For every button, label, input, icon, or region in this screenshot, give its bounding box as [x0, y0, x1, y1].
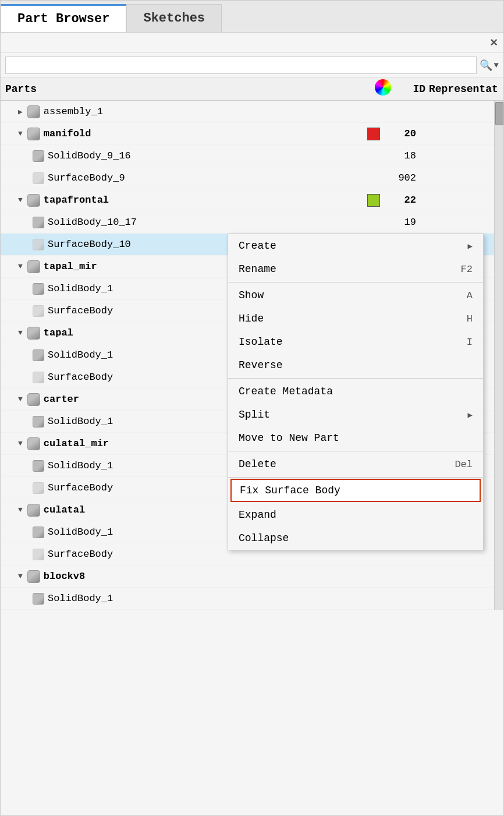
ctx-create[interactable]: Create ▶ — [228, 234, 483, 257]
solid-body-icon — [33, 283, 44, 295]
tree-row[interactable]: ▼ manifold 20 — [1, 123, 494, 145]
tab-part-browser[interactable]: Part Browser — [1, 4, 126, 32]
col-parts-label: Parts — [5, 83, 372, 95]
ctx-delete[interactable]: Delete Del — [228, 453, 483, 476]
ctx-hide[interactable]: Hide H — [228, 307, 483, 330]
expand-icon: ▶ — [18, 107, 23, 116]
scrollbar-track[interactable] — [494, 101, 503, 610]
solid-body-icon — [33, 217, 44, 228]
color-sphere-icon — [375, 79, 391, 96]
col-repr-label: Representat — [429, 83, 499, 95]
expand-icon: ▼ — [18, 262, 23, 271]
ctx-rename[interactable]: Rename F2 — [228, 257, 483, 281]
dropdown-arrow-icon[interactable]: ▼ — [494, 61, 499, 70]
submenu-arrow-icon: ▶ — [468, 241, 473, 251]
search-input[interactable] — [5, 56, 477, 74]
ctx-split[interactable]: Split ▶ — [228, 403, 483, 426]
solid-body-icon — [33, 349, 44, 361]
col-color-label — [372, 79, 394, 98]
ctx-move-to-new-part[interactable]: Move to New Part — [228, 426, 483, 450]
tree-row[interactable]: SolidBody_9_16 18 — [1, 145, 494, 167]
color-swatch — [367, 194, 380, 207]
solid-body-icon — [33, 150, 44, 162]
part-icon — [27, 327, 40, 340]
expand-icon: ▼ — [18, 506, 23, 514]
surface-body-icon — [33, 549, 44, 560]
expand-icon: ▼ — [18, 395, 23, 404]
close-row: × — [1, 33, 503, 53]
tab-bar: Part Browser Sketches — [1, 1, 503, 33]
tree-row[interactable]: ▼ blockv8 — [1, 566, 494, 588]
scrollbar-thumb[interactable] — [495, 102, 503, 125]
expand-icon: ▼ — [18, 572, 23, 581]
solid-body-icon — [33, 593, 44, 605]
part-icon — [27, 570, 40, 583]
ctx-collapse[interactable]: Collapse — [228, 527, 483, 550]
tab-sketches[interactable]: Sketches — [126, 4, 222, 32]
surface-body-icon — [33, 372, 44, 383]
context-menu: Create ▶ Rename F2 Show A Hide H Isolate… — [228, 234, 484, 550]
color-swatch — [367, 128, 380, 140]
tree-row[interactable]: ▼ tapafrontal 22 — [1, 189, 494, 211]
tree-row[interactable]: ▶ assembly_1 — [1, 101, 494, 123]
expand-icon: ▼ — [18, 129, 23, 138]
part-icon — [27, 393, 40, 406]
close-button[interactable]: × — [490, 36, 498, 49]
surface-body-icon — [33, 305, 44, 317]
part-icon — [27, 194, 40, 207]
part-icon — [27, 105, 40, 118]
ctx-isolate[interactable]: Isolate I — [228, 330, 483, 354]
search-row: 🔍 ▼ — [1, 53, 503, 77]
main-panel: Part Browser Sketches × 🔍 ▼ Parts ID Rep… — [0, 0, 504, 816]
ctx-separator — [228, 477, 483, 478]
submenu-arrow-icon: ▶ — [468, 410, 473, 420]
ctx-separator — [228, 282, 483, 282]
surface-body-icon — [33, 172, 44, 184]
surface-body-icon — [33, 239, 44, 250]
surface-body-icon — [33, 482, 44, 494]
tree-row[interactable]: SolidBody_1 — [1, 588, 494, 610]
tree-row[interactable]: SolidBody_10_17 19 — [1, 211, 494, 234]
ctx-separator — [228, 451, 483, 451]
ctx-show[interactable]: Show A — [228, 284, 483, 307]
expand-icon: ▼ — [18, 196, 23, 204]
solid-body-icon — [33, 460, 44, 472]
ctx-reverse[interactable]: Reverse — [228, 354, 483, 377]
expand-icon: ▼ — [18, 439, 23, 448]
ctx-fix-surface-body[interactable]: Fix Surface Body — [230, 479, 481, 502]
ctx-separator — [228, 378, 483, 379]
part-icon — [27, 437, 40, 450]
solid-body-icon — [33, 416, 44, 428]
ctx-create-metadata[interactable]: Create Metadata — [228, 380, 483, 403]
col-id-label: ID — [394, 83, 429, 95]
tree-row[interactable]: SurfaceBody_9 902 — [1, 167, 494, 189]
search-icon[interactable]: 🔍 — [480, 59, 492, 72]
solid-body-icon — [33, 527, 44, 538]
ctx-expand[interactable]: Expand — [228, 503, 483, 527]
expand-icon: ▼ — [18, 328, 23, 337]
column-header: Parts ID Representat — [1, 77, 503, 101]
part-icon — [27, 504, 40, 517]
part-icon — [27, 128, 40, 140]
part-icon — [27, 260, 40, 273]
